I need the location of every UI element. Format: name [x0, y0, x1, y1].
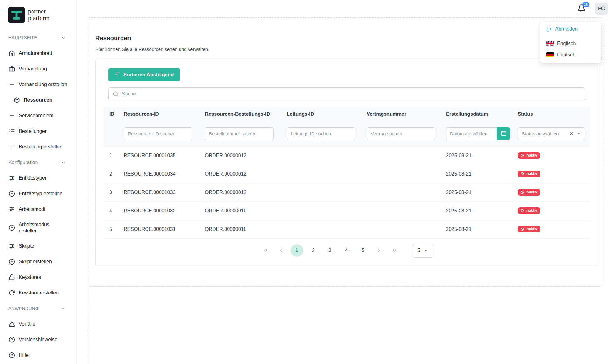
sidebar-item-armaturenbrett[interactable]: Armaturenbrett [0, 46, 76, 61]
pagination-page-3[interactable]: 3 [324, 244, 336, 257]
filter-cell-empty [104, 121, 119, 146]
plus-circle-icon [9, 259, 15, 265]
clear-icon[interactable] [569, 131, 574, 136]
sort-descending-button[interactable]: Sortieren Absteigend [108, 68, 180, 81]
cell-contract [362, 183, 442, 201]
status-badge: Inaktiv [518, 171, 540, 177]
list-icon [9, 128, 15, 134]
pagination-page-5[interactable]: 5 [357, 244, 369, 257]
sidebar-nav: HAUPTSEITE Armaturenbrett Verhandlung Ve… [0, 30, 76, 363]
brand-line2: platform [28, 15, 50, 22]
cell-resource-id: RESOURCE.00001033 [119, 183, 200, 201]
pagination-last-button[interactable] [389, 244, 400, 257]
cell-created: 2025-08-21 [442, 201, 513, 220]
pagination-prev-button[interactable] [275, 244, 287, 257]
sidebar-section-hauptseite[interactable]: HAUPTSEITE [0, 30, 76, 46]
pagination-next-button[interactable] [373, 244, 385, 257]
column-header-status: Status [513, 107, 590, 121]
notification-badge: 25 [582, 2, 590, 8]
notifications-button[interactable]: 25 [577, 4, 586, 13]
sidebar-item-serviceproblem[interactable]: Serviceproblem [0, 108, 76, 124]
sidebar-item-skript-erstellen[interactable]: Skript erstellen [0, 254, 76, 269]
pagination-page-2[interactable]: 2 [307, 244, 320, 257]
flag-germany-icon [546, 52, 554, 57]
calendar-icon [501, 130, 506, 137]
cell-created: 2025-08-21 [442, 146, 513, 165]
language-menu-item-english[interactable]: Englisch [540, 38, 601, 49]
sidebar-item-keystores[interactable]: Keystores [0, 269, 76, 285]
chevron-down-icon [577, 131, 581, 136]
sidebar-item-entitaetstyp-erstellen[interactable]: Entitätstyp erstellen [0, 186, 76, 201]
section-label: HAUPTSEITE [8, 35, 37, 40]
user-avatar[interactable]: FĆ [595, 3, 608, 15]
plus-icon [9, 144, 15, 150]
sidebar-section-konfiguration[interactable]: Konfiguration [0, 155, 76, 170]
status-badge: Inaktiv [518, 226, 540, 232]
cell-resource-id: RESOURCE.00001032 [119, 201, 200, 220]
plus-icon [9, 113, 15, 119]
cell-created: 2025-08-21 [442, 183, 513, 201]
logout-menu-item[interactable]: Abmelden [540, 22, 601, 36]
order-id-filter-input[interactable] [205, 127, 274, 140]
status-filter-select[interactable]: Status auswählen [518, 127, 585, 140]
sidebar-item-arbeitsmodi[interactable]: Arbeitsmodi [0, 201, 76, 217]
pagination-first-button[interactable] [260, 244, 271, 257]
sidebar-item-entitaetstypen[interactable]: Entitätstypen [0, 170, 76, 186]
table-header-row: ID Ressourcen-ID Ressourcen-Bestellungs-… [104, 107, 590, 121]
table-filter-row: Status auswählen [104, 121, 590, 146]
chevron-down-icon [61, 35, 66, 40]
table-row[interactable]: 1 RESOURCE.00001035 ORDER.00000012 2025-… [104, 146, 590, 165]
search-icon [113, 91, 119, 97]
pagination-page-4[interactable]: 4 [340, 244, 353, 257]
table-row[interactable]: 3 RESOURCE.00001033 ORDER.00000012 2025-… [104, 183, 590, 201]
sidebar-item-arbeitsmodus-erstellen[interactable]: Arbeitsmodus erstellen [0, 217, 76, 238]
sidebar-item-versionshinweise[interactable]: Versionshinweise [0, 332, 76, 347]
calendar-button[interactable] [497, 127, 510, 140]
sort-descending-icon [115, 71, 120, 78]
pagination-page-1[interactable]: 1 [291, 244, 303, 257]
contract-filter-input[interactable] [367, 127, 435, 140]
brand[interactable]: partner platform [0, 0, 76, 30]
page-size-select[interactable]: 5 [412, 244, 433, 258]
sidebar-item-verhandlung-erstellen[interactable]: Verhandlung erstellen [0, 77, 76, 92]
menu-divider [540, 36, 601, 36]
cell-contract [362, 201, 442, 220]
section-label: Konfiguration [8, 160, 38, 165]
table-row[interactable]: 5 RESOURCE.00001031 ORDER.00000011 2025-… [104, 220, 590, 238]
search-input[interactable] [109, 88, 585, 100]
cell-line-id [282, 183, 362, 201]
cell-resource-id: RESOURCE.00001035 [119, 146, 200, 165]
cell-order-id: ORDER.00000011 [200, 220, 282, 238]
sidebar: partner platform HAUPTSEITE Armaturenbre… [0, 0, 77, 364]
sliders-icon [9, 175, 15, 181]
date-filter-input[interactable] [446, 127, 497, 140]
column-header-bestellungs-id: Ressourcen-Bestellungs-ID [200, 107, 282, 121]
sidebar-item-hilfe[interactable]: Hilfe [0, 347, 76, 363]
sidebar-item-keystore-erstellen[interactable]: Keystore erstellen [0, 285, 76, 301]
column-header-erstellungsdatum: Erstellungsdatum [442, 107, 513, 121]
page-title: Ressourcen [95, 35, 598, 42]
cell-id: 5 [104, 220, 119, 238]
sidebar-item-skripte[interactable]: Skripte [0, 238, 76, 254]
sidebar-item-ressourcen[interactable]: Ressourcen [0, 92, 76, 108]
sliders-icon [9, 243, 15, 249]
resource-id-filter-input[interactable] [124, 127, 192, 140]
sidebar-item-vorfaelle[interactable]: Vorfälle [0, 316, 76, 332]
logout-icon [546, 26, 552, 32]
sidebar-item-bestellungen[interactable]: Bestellungen [0, 124, 76, 139]
language-menu-item-german[interactable]: Deutsch [540, 49, 601, 61]
sidebar-section-anwendung[interactable]: ANWENDUNG [0, 301, 76, 316]
home-icon [9, 50, 15, 56]
pagination: 1 2 3 4 5 5 [104, 244, 590, 258]
content-container: Ressourcen Hier können Sie alle Ressourc… [89, 17, 603, 287]
flag-uk-icon [546, 41, 554, 46]
sidebar-item-verhandlung[interactable]: Verhandlung [0, 61, 76, 77]
table-row[interactable]: 4 RESOURCE.00001032 ORDER.00000011 2025-… [104, 201, 590, 220]
table-row[interactable]: 2 RESOURCE.00001034 ORDER.00000012 2025-… [104, 165, 590, 183]
cell-contract [362, 146, 442, 165]
line-id-filter-input[interactable] [287, 127, 355, 140]
sidebar-item-bestellung-erstellen[interactable]: Bestellung erstellen [0, 139, 76, 155]
package-icon [14, 97, 20, 103]
sliders-icon [9, 206, 15, 212]
resources-table: ID Ressourcen-ID Ressourcen-Bestellungs-… [104, 107, 590, 239]
